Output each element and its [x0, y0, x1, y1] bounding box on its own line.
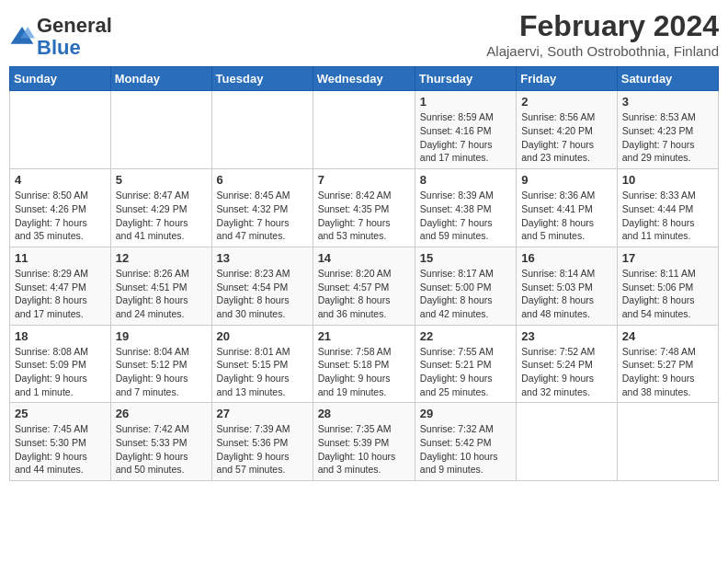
- calendar-cell: 2Sunrise: 8:56 AM Sunset: 4:20 PM Daylig…: [517, 91, 618, 169]
- day-detail: Sunrise: 8:39 AM Sunset: 4:38 PM Dayligh…: [420, 189, 511, 243]
- day-header-wednesday: Wednesday: [313, 67, 415, 91]
- day-header-thursday: Thursday: [415, 67, 516, 91]
- day-number: 18: [15, 329, 106, 343]
- day-detail: Sunrise: 8:04 AM Sunset: 5:12 PM Dayligh…: [116, 345, 207, 399]
- main-title: February 2024: [486, 9, 719, 43]
- day-detail: Sunrise: 8:20 AM Sunset: 4:57 PM Dayligh…: [318, 267, 410, 321]
- calendar-cell: 5Sunrise: 8:47 AM Sunset: 4:29 PM Daylig…: [110, 169, 211, 247]
- logo: General Blue: [9, 15, 112, 59]
- day-number: 10: [622, 173, 713, 187]
- day-detail: Sunrise: 8:53 AM Sunset: 4:23 PM Dayligh…: [622, 110, 713, 165]
- subtitle: Alajaervi, South Ostrobothnia, Finland: [486, 43, 719, 59]
- calendar-cell: 6Sunrise: 8:45 AM Sunset: 4:32 PM Daylig…: [211, 169, 313, 247]
- calendar-cell: 29Sunrise: 7:32 AM Sunset: 5:42 PM Dayli…: [415, 403, 516, 481]
- day-number: 15: [420, 251, 511, 265]
- calendar-cell: [517, 403, 618, 481]
- calendar-table: SundayMondayTuesdayWednesdayThursdayFrid…: [9, 66, 719, 481]
- day-header-sunday: Sunday: [10, 67, 111, 91]
- calendar-cell: 4Sunrise: 8:50 AM Sunset: 4:26 PM Daylig…: [10, 169, 111, 247]
- day-detail: Sunrise: 8:01 AM Sunset: 5:15 PM Dayligh…: [217, 345, 308, 399]
- day-number: 2: [521, 95, 612, 109]
- day-detail: Sunrise: 8:29 AM Sunset: 4:47 PM Dayligh…: [15, 267, 106, 321]
- calendar-cell: [110, 91, 211, 169]
- calendar-cell: 25Sunrise: 7:45 AM Sunset: 5:30 PM Dayli…: [10, 403, 111, 481]
- calendar-cell: 23Sunrise: 7:52 AM Sunset: 5:24 PM Dayli…: [517, 325, 618, 403]
- day-header-saturday: Saturday: [617, 67, 718, 91]
- day-detail: Sunrise: 7:48 AM Sunset: 5:27 PM Dayligh…: [622, 345, 713, 399]
- calendar-cell: 11Sunrise: 8:29 AM Sunset: 4:47 PM Dayli…: [10, 247, 111, 325]
- week-row-3: 11Sunrise: 8:29 AM Sunset: 4:47 PM Dayli…: [10, 247, 719, 325]
- calendar-cell: 8Sunrise: 8:39 AM Sunset: 4:38 PM Daylig…: [415, 169, 516, 247]
- calendar-cell: 20Sunrise: 8:01 AM Sunset: 5:15 PM Dayli…: [211, 325, 313, 403]
- day-detail: Sunrise: 7:58 AM Sunset: 5:18 PM Dayligh…: [318, 345, 410, 399]
- calendar-cell: [211, 91, 313, 169]
- day-detail: Sunrise: 7:52 AM Sunset: 5:24 PM Dayligh…: [521, 345, 612, 399]
- day-header-monday: Monday: [110, 67, 211, 91]
- day-number: 8: [420, 173, 511, 187]
- calendar-cell: 9Sunrise: 8:36 AM Sunset: 4:41 PM Daylig…: [517, 169, 618, 247]
- day-number: 16: [521, 251, 612, 265]
- day-number: 28: [318, 407, 410, 420]
- page-header: General Blue February 2024 Alajaervi, So…: [9, 9, 719, 59]
- day-detail: Sunrise: 8:11 AM Sunset: 5:06 PM Dayligh…: [622, 267, 713, 321]
- calendar-cell: 14Sunrise: 8:20 AM Sunset: 4:57 PM Dayli…: [313, 247, 415, 325]
- day-detail: Sunrise: 8:45 AM Sunset: 4:32 PM Dayligh…: [217, 189, 308, 243]
- day-detail: Sunrise: 7:45 AM Sunset: 5:30 PM Dayligh…: [15, 422, 106, 477]
- calendar-cell: 19Sunrise: 8:04 AM Sunset: 5:12 PM Dayli…: [110, 325, 211, 403]
- day-number: 3: [622, 95, 713, 109]
- calendar-cell: 26Sunrise: 7:42 AM Sunset: 5:33 PM Dayli…: [110, 403, 211, 481]
- day-detail: Sunrise: 8:17 AM Sunset: 5:00 PM Dayligh…: [420, 267, 511, 321]
- day-detail: Sunrise: 8:56 AM Sunset: 4:20 PM Dayligh…: [521, 110, 612, 165]
- day-detail: Sunrise: 7:39 AM Sunset: 5:36 PM Dayligh…: [217, 422, 308, 477]
- day-number: 23: [521, 329, 612, 343]
- logo-blue: Blue: [37, 36, 81, 59]
- day-number: 17: [622, 251, 713, 265]
- calendar-cell: 10Sunrise: 8:33 AM Sunset: 4:44 PM Dayli…: [617, 169, 718, 247]
- day-number: 9: [521, 173, 612, 187]
- day-number: 25: [15, 407, 106, 420]
- day-number: 13: [217, 251, 308, 265]
- week-row-2: 4Sunrise: 8:50 AM Sunset: 4:26 PM Daylig…: [10, 169, 719, 247]
- logo-general: General: [37, 14, 112, 37]
- week-row-5: 25Sunrise: 7:45 AM Sunset: 5:30 PM Dayli…: [10, 403, 719, 481]
- day-detail: Sunrise: 7:42 AM Sunset: 5:33 PM Dayligh…: [116, 422, 207, 477]
- day-detail: Sunrise: 8:42 AM Sunset: 4:35 PM Dayligh…: [318, 189, 410, 243]
- day-detail: Sunrise: 8:33 AM Sunset: 4:44 PM Dayligh…: [622, 189, 713, 243]
- calendar-cell: 27Sunrise: 7:39 AM Sunset: 5:36 PM Dayli…: [211, 403, 313, 481]
- calendar-cell: [10, 91, 111, 169]
- day-number: 14: [318, 251, 410, 265]
- day-header-friday: Friday: [517, 67, 618, 91]
- day-header-row: SundayMondayTuesdayWednesdayThursdayFrid…: [10, 67, 719, 91]
- calendar-cell: 22Sunrise: 7:55 AM Sunset: 5:21 PM Dayli…: [415, 325, 516, 403]
- calendar-cell: 17Sunrise: 8:11 AM Sunset: 5:06 PM Dayli…: [617, 247, 718, 325]
- day-number: 21: [318, 329, 410, 343]
- day-number: 26: [116, 407, 207, 420]
- day-number: 12: [116, 251, 207, 265]
- calendar-cell: 15Sunrise: 8:17 AM Sunset: 5:00 PM Dayli…: [415, 247, 516, 325]
- calendar-cell: 3Sunrise: 8:53 AM Sunset: 4:23 PM Daylig…: [617, 91, 718, 169]
- day-number: 1: [420, 95, 511, 109]
- day-detail: Sunrise: 7:35 AM Sunset: 5:39 PM Dayligh…: [318, 422, 410, 477]
- calendar-cell: 18Sunrise: 8:08 AM Sunset: 5:09 PM Dayli…: [10, 325, 111, 403]
- calendar-cell: 7Sunrise: 8:42 AM Sunset: 4:35 PM Daylig…: [313, 169, 415, 247]
- day-header-tuesday: Tuesday: [211, 67, 313, 91]
- day-number: 11: [15, 251, 106, 265]
- calendar-cell: [313, 91, 415, 169]
- calendar-cell: 28Sunrise: 7:35 AM Sunset: 5:39 PM Dayli…: [313, 403, 415, 481]
- logo-icon: [9, 24, 35, 50]
- day-detail: Sunrise: 8:47 AM Sunset: 4:29 PM Dayligh…: [116, 189, 207, 243]
- day-number: 29: [420, 407, 511, 420]
- day-detail: Sunrise: 8:26 AM Sunset: 4:51 PM Dayligh…: [116, 267, 207, 321]
- day-number: 4: [15, 173, 106, 187]
- day-detail: Sunrise: 8:36 AM Sunset: 4:41 PM Dayligh…: [521, 189, 612, 243]
- calendar-cell: 16Sunrise: 8:14 AM Sunset: 5:03 PM Dayli…: [517, 247, 618, 325]
- day-number: 24: [622, 329, 713, 343]
- day-detail: Sunrise: 8:08 AM Sunset: 5:09 PM Dayligh…: [15, 345, 106, 399]
- day-number: 20: [217, 329, 308, 343]
- calendar-cell: 21Sunrise: 7:58 AM Sunset: 5:18 PM Dayli…: [313, 325, 415, 403]
- calendar-cell: 13Sunrise: 8:23 AM Sunset: 4:54 PM Dayli…: [211, 247, 313, 325]
- calendar-cell: 12Sunrise: 8:26 AM Sunset: 4:51 PM Dayli…: [110, 247, 211, 325]
- title-block: February 2024 Alajaervi, South Ostroboth…: [486, 9, 719, 59]
- day-number: 27: [217, 407, 308, 420]
- day-number: 6: [217, 173, 308, 187]
